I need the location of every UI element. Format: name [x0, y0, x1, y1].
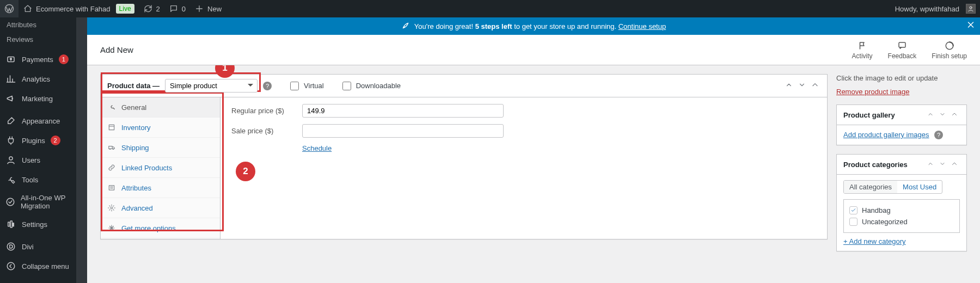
- move-down-icon[interactable]: [937, 110, 948, 119]
- product-data-header: Product data — Simple product ? Virtual …: [101, 75, 827, 97]
- tab-all-categories[interactable]: All categories: [844, 181, 897, 193]
- tab-label: Shipping: [121, 144, 149, 152]
- menu-plugins[interactable]: Plugins 2: [0, 131, 76, 150]
- checkbox-empty-icon[interactable]: [849, 218, 857, 226]
- gear-icon: [107, 204, 116, 212]
- menu-settings[interactable]: Settings: [0, 214, 76, 234]
- submenu-attributes[interactable]: Attributes: [0, 17, 76, 32]
- inventory-icon: [107, 123, 116, 132]
- metabox-controls: [783, 81, 820, 90]
- admin-sidebar: Attributes Reviews Payments 1 Analytics …: [0, 17, 87, 283]
- menu-appearance[interactable]: Appearance: [0, 111, 76, 131]
- feedback-button[interactable]: Feedback: [888, 40, 917, 60]
- help-icon[interactable]: ?: [263, 82, 272, 90]
- banner-steps: 5 steps left: [475, 22, 512, 30]
- menu-divi[interactable]: Divi: [0, 237, 76, 256]
- add-category-link[interactable]: + Add new category: [843, 237, 906, 245]
- progress-icon: [944, 40, 955, 51]
- main-area: You're doing great! 5 steps left to get …: [87, 17, 980, 283]
- virtual-checkbox-wrap[interactable]: Virtual: [288, 80, 324, 92]
- menu-label: All-in-One WP Migration: [21, 194, 71, 210]
- tab-get-more-options[interactable]: Get more options: [101, 218, 220, 238]
- add-gallery-link[interactable]: Add product gallery images: [843, 131, 929, 139]
- move-up-icon[interactable]: [925, 160, 936, 169]
- collapse-icon: [5, 261, 16, 272]
- updates-link[interactable]: 2: [139, 0, 164, 17]
- menu-label: Settings: [22, 220, 47, 229]
- menu-label: Marketing: [22, 95, 53, 103]
- activity-button[interactable]: Activity: [852, 40, 873, 60]
- tab-general[interactable]: General: [101, 97, 220, 118]
- speech-icon: [897, 40, 908, 51]
- wrench-icon: [107, 103, 116, 112]
- finish-setup-button[interactable]: Finish setup: [932, 40, 967, 60]
- link-icon: [107, 163, 116, 172]
- comments-link[interactable]: 0: [164, 0, 190, 17]
- tab-advanced[interactable]: Advanced: [101, 198, 220, 218]
- menu-collapse[interactable]: Collapse menu: [0, 256, 76, 276]
- schedule-link[interactable]: Schedule: [302, 144, 332, 152]
- menu-marketing[interactable]: Marketing: [0, 89, 76, 108]
- checkbox-checked-icon[interactable]: [849, 206, 857, 214]
- product-categories-widget: Product categories All categories Most U…: [836, 154, 967, 251]
- submenu-reviews[interactable]: Reviews: [0, 32, 76, 47]
- tab-linked-products[interactable]: Linked Products: [101, 158, 220, 178]
- new-content-menu[interactable]: New: [190, 0, 226, 17]
- move-down-icon[interactable]: [937, 160, 948, 169]
- site-home-link[interactable]: Ecommerce with Fahad Live: [19, 0, 139, 17]
- category-row-uncategorized[interactable]: Uncategorized: [849, 218, 954, 226]
- svg-point-15: [113, 149, 113, 149]
- account-menu[interactable]: Howdy, wpwithfahad: [891, 0, 980, 17]
- menu-payments[interactable]: Payments 1: [0, 50, 76, 69]
- sale-price-input[interactable]: [302, 124, 504, 138]
- list-icon: [107, 183, 116, 192]
- move-down-icon[interactable]: [797, 81, 807, 90]
- avatar-icon: [966, 4, 976, 14]
- sale-price-label: Sale price ($): [231, 127, 302, 135]
- comment-icon: [169, 4, 179, 14]
- menu-users[interactable]: Users: [0, 150, 76, 170]
- toggle-icon[interactable]: [949, 110, 960, 119]
- toggle-icon[interactable]: [949, 160, 960, 169]
- menu-label: Tools: [22, 176, 38, 184]
- tab-shipping[interactable]: Shipping: [101, 138, 220, 158]
- help-icon[interactable]: ?: [934, 131, 943, 139]
- wp-logo-menu[interactable]: [0, 0, 19, 17]
- settings-icon: [5, 219, 16, 230]
- tab-label: General: [121, 103, 146, 112]
- category-label: Handbag: [862, 206, 891, 214]
- tab-inventory[interactable]: Inventory: [101, 118, 220, 138]
- tab-attributes[interactable]: Attributes: [101, 178, 220, 198]
- toggle-icon[interactable]: [810, 81, 820, 90]
- virtual-checkbox[interactable]: [290, 82, 299, 90]
- menu-migration[interactable]: All-in-One WP Migration: [0, 189, 76, 214]
- svg-rect-6: [10, 221, 12, 227]
- downloadable-checkbox[interactable]: [342, 82, 351, 90]
- truck-icon: [107, 143, 116, 152]
- tab-most-used[interactable]: Most Used: [897, 181, 942, 193]
- menu-badge: 1: [59, 54, 69, 64]
- dollar-icon: [5, 54, 16, 65]
- site-name: Ecommerce with Fahad: [36, 5, 111, 13]
- image-hint: Click the image to edit or update: [836, 74, 967, 82]
- remove-image-link[interactable]: Remove product image: [836, 88, 909, 96]
- svg-point-4: [7, 198, 14, 206]
- menu-label: Plugins: [22, 137, 45, 145]
- product-data-tabs: General Inventory Shipping Linked P: [101, 97, 220, 239]
- menu-tools[interactable]: Tools: [0, 170, 76, 189]
- downloadable-checkbox-wrap[interactable]: Downloadable: [340, 80, 401, 92]
- downloadable-label: Downloadable: [356, 82, 401, 90]
- category-row-handbag[interactable]: Handbag: [849, 206, 954, 214]
- product-gallery-widget: Product gallery Add product gallery imag…: [836, 104, 967, 145]
- move-up-icon[interactable]: [925, 110, 936, 119]
- product-type-select[interactable]: Simple product: [165, 79, 258, 93]
- banner-text-pre: You're doing great!: [414, 22, 475, 30]
- regular-price-input[interactable]: [302, 104, 504, 118]
- updates-count: 2: [156, 5, 160, 13]
- comments-count: 0: [182, 5, 186, 13]
- sidebar-scrollbar-track[interactable]: [76, 17, 87, 283]
- menu-analytics[interactable]: Analytics: [0, 69, 76, 89]
- move-up-icon[interactable]: [783, 81, 794, 90]
- banner-close-button[interactable]: [966, 20, 976, 33]
- continue-setup-link[interactable]: Continue setup: [618, 22, 666, 30]
